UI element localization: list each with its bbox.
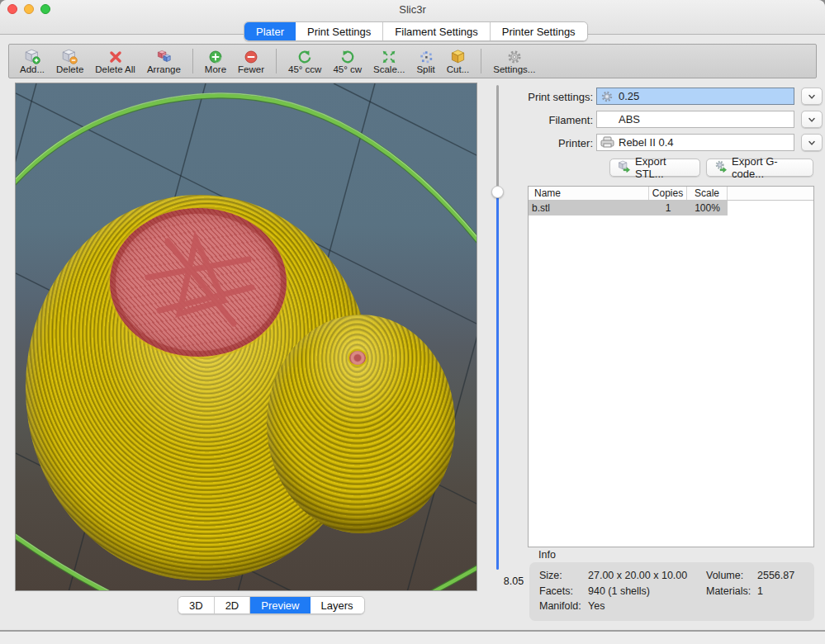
- window-title: Slic3r: [0, 3, 825, 16]
- layer-slider-thumb[interactable]: [491, 186, 504, 198]
- toolbar-separator: [276, 49, 277, 73]
- arrange-icon: [156, 49, 172, 64]
- add-button[interactable]: Add...: [14, 45, 50, 77]
- rotate-ccw-icon: [297, 49, 312, 64]
- materials-label: Materials:: [706, 585, 751, 597]
- main-tab-bar: Plater Print Settings Filament Settings …: [244, 21, 588, 41]
- filament-label: Filament:: [514, 114, 593, 126]
- view-tab-bar: 3D 2D Preview Layers: [178, 596, 365, 614]
- rotate-cw-icon: [340, 49, 355, 64]
- more-icon: [208, 49, 223, 64]
- arrange-button[interactable]: Arrange: [141, 45, 187, 77]
- split-button[interactable]: Split: [410, 45, 440, 77]
- top-infill-large: [110, 208, 287, 357]
- rotate-ccw-button[interactable]: 45° ccw: [282, 45, 327, 77]
- scale-button[interactable]: Scale...: [367, 45, 410, 77]
- toolbar-separator: [192, 49, 193, 73]
- filament-value: ABS: [619, 113, 640, 125]
- export-gcode-icon: [714, 160, 728, 175]
- info-panel: Size: 27.00 x 20.00 x 10.00 Volume: 2556…: [529, 562, 814, 621]
- plater-3d-preview[interactable]: [15, 83, 477, 591]
- print-settings-label: Print settings:: [514, 91, 593, 103]
- materials-value: 1: [757, 585, 763, 597]
- tab-printer-settings[interactable]: Printer Settings: [491, 22, 587, 40]
- facets-value: 940 (1 shells): [588, 585, 650, 597]
- manifold-label: Manifold:: [539, 600, 581, 612]
- window-bottom-strip: [0, 632, 825, 644]
- tab-print-settings[interactable]: Print Settings: [296, 22, 383, 40]
- printer-label: Printer:: [514, 137, 593, 149]
- layer-slider-track-lower[interactable]: [496, 192, 499, 570]
- info-section-title: Info: [538, 549, 556, 561]
- printer-icon: [600, 136, 614, 149]
- manifold-value: Yes: [588, 600, 605, 612]
- rotate-cw-button[interactable]: 45° cw: [327, 45, 367, 77]
- tab-preview[interactable]: Preview: [250, 597, 310, 613]
- split-icon: [419, 49, 434, 64]
- table-header-row: Name Copies Scale: [529, 187, 813, 201]
- export-stl-button[interactable]: Export STL...: [609, 159, 700, 177]
- toolbar-separator: [481, 49, 481, 73]
- plater-toolbar: Add... Delete Delete All: [8, 44, 817, 78]
- tab-plater[interactable]: Plater: [244, 22, 296, 40]
- settings-gear-icon: [507, 49, 522, 64]
- size-label: Size:: [539, 570, 562, 581]
- more-button[interactable]: More: [199, 45, 232, 77]
- printer-combo[interactable]: Rebel II 0.4: [596, 134, 794, 151]
- column-header-copies[interactable]: Copies: [649, 187, 687, 200]
- settings-button[interactable]: Settings...: [487, 45, 541, 77]
- tab-filament-settings[interactable]: Filament Settings: [383, 22, 490, 40]
- chevron-down-icon: [807, 115, 817, 125]
- cut-icon: [450, 49, 466, 64]
- cell-scale: 100%: [687, 201, 728, 215]
- print-settings-value: 0.25: [619, 90, 639, 102]
- volume-value: 2556.87: [757, 570, 794, 581]
- delete-all-icon: [108, 49, 123, 64]
- size-value: 27.00 x 20.00 x 10.00: [588, 570, 687, 581]
- printer-value: Rebel II 0.4: [619, 136, 674, 149]
- print-settings-dropdown-button[interactable]: [801, 88, 823, 105]
- layer-slider-track-upper[interactable]: [496, 85, 499, 192]
- tab-3d[interactable]: 3D: [178, 597, 215, 613]
- column-header-name[interactable]: Name: [529, 187, 649, 200]
- export-stl-icon: [618, 160, 631, 175]
- cell-name: b.stl: [529, 201, 649, 215]
- delete-all-button[interactable]: Delete All: [89, 45, 141, 77]
- top-infill-small: [349, 351, 366, 365]
- print-settings-combo[interactable]: 0.25: [596, 88, 794, 105]
- printer-dropdown-button[interactable]: [801, 134, 823, 151]
- titlebar: Slic3r: [0, 0, 825, 18]
- scale-icon: [382, 49, 396, 64]
- preset-gear-icon: [600, 90, 614, 102]
- chevron-down-icon: [807, 92, 817, 102]
- chevron-down-icon: [807, 138, 817, 148]
- tab-2d[interactable]: 2D: [215, 597, 251, 613]
- export-gcode-label: Export G-code...: [732, 155, 805, 180]
- delete-button[interactable]: Delete: [50, 45, 89, 77]
- export-gcode-button[interactable]: Export G-code...: [706, 159, 813, 177]
- fewer-icon: [244, 49, 258, 64]
- table-row[interactable]: b.stl 1 100%: [529, 201, 813, 215]
- filament-dropdown-button[interactable]: [801, 111, 823, 128]
- facets-label: Facets:: [539, 585, 573, 597]
- delete-object-icon: [62, 49, 78, 64]
- sliced-model-small-dome: [267, 315, 455, 533]
- export-stl-label: Export STL...: [635, 155, 692, 180]
- volume-label: Volume:: [706, 570, 743, 581]
- layer-height-value: 8.05: [495, 575, 532, 587]
- cut-button[interactable]: Cut...: [441, 45, 475, 77]
- add-object-icon: [25, 49, 40, 64]
- column-header-scale[interactable]: Scale: [687, 187, 728, 200]
- tab-layers[interactable]: Layers: [311, 597, 364, 613]
- cell-copies: 1: [649, 201, 687, 215]
- object-list-table[interactable]: Name Copies Scale b.stl 1 100%: [528, 186, 814, 547]
- fewer-button[interactable]: Fewer: [232, 45, 270, 77]
- slic3r-window: Slic3r Plater Print Settings Filament Se…: [0, 0, 825, 644]
- filament-combo[interactable]: ABS: [596, 111, 794, 128]
